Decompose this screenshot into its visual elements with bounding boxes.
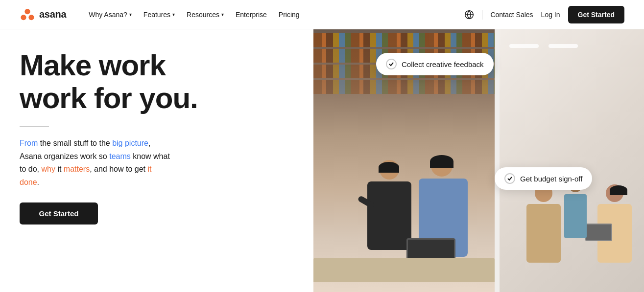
desk-surface xyxy=(313,258,495,282)
floating-card-budget: Get budget sign-off xyxy=(495,167,592,190)
login-button[interactable]: Log In xyxy=(541,11,560,19)
brand-name: asana xyxy=(39,9,66,20)
svg-point-1 xyxy=(21,15,26,20)
nav-right: Contact Sales Log In Get Started xyxy=(464,6,624,23)
ceiling-light xyxy=(509,44,539,48)
person-hair-4 xyxy=(610,185,627,195)
hero-title: Make work work for you. xyxy=(20,49,284,114)
person-walking xyxy=(524,184,563,282)
nav-resources[interactable]: Resources ▾ xyxy=(182,8,229,22)
main-content: Make work work for you. From the small s… xyxy=(0,29,644,292)
get-started-button[interactable]: Get Started xyxy=(568,6,624,23)
person-hair-2 xyxy=(430,155,453,168)
chevron-down-icon: ▾ xyxy=(129,12,132,17)
hero-description: From the small stuff to the big picture,… xyxy=(20,137,225,189)
check-icon-collect xyxy=(386,59,397,69)
hero-image-panel: Collect creative feedback Get budget sig… xyxy=(313,29,644,292)
nav-features[interactable]: Features ▾ xyxy=(139,8,180,22)
hero-photo-right xyxy=(500,29,644,292)
logo[interactable]: asana xyxy=(20,7,66,22)
check-icon-budget xyxy=(504,173,515,184)
nav-why-asana[interactable]: Why Asana? ▾ xyxy=(84,8,137,22)
held-laptop xyxy=(585,224,612,241)
ceiling-light-2 xyxy=(549,44,578,48)
hair-shape xyxy=(379,162,399,173)
floating-card-collect: Collect creative feedback xyxy=(376,53,494,75)
chevron-down-icon: ▾ xyxy=(172,12,175,17)
language-selector[interactable] xyxy=(464,10,474,20)
hero-cta-button[interactable]: Get Started xyxy=(20,202,98,225)
nav-enterprise[interactable]: Enterprise xyxy=(231,8,272,22)
nav-pricing[interactable]: Pricing xyxy=(274,8,305,22)
person-laptop xyxy=(595,184,634,282)
person-torso xyxy=(367,181,411,250)
svg-point-0 xyxy=(24,9,30,14)
divider xyxy=(20,126,49,127)
nav-links: Why Asana? ▾ Features ▾ Resources ▾ Ente… xyxy=(84,8,464,22)
bg-figure xyxy=(563,180,588,253)
navbar: asana Why Asana? ▾ Features ▾ Resources … xyxy=(0,0,644,29)
person-torso-3 xyxy=(526,204,561,263)
asana-logo-icon xyxy=(20,7,35,22)
nav-divider xyxy=(482,10,482,20)
contact-sales-button[interactable]: Contact Sales xyxy=(490,11,533,19)
desc-from: From xyxy=(20,139,38,147)
hero-left-panel: Make work work for you. From the small s… xyxy=(0,29,313,292)
card-budget-label: Get budget sign-off xyxy=(520,175,582,183)
svg-point-2 xyxy=(28,15,34,20)
chevron-down-icon: ▾ xyxy=(221,12,224,17)
card-collect-label: Collect creative feedback xyxy=(402,60,484,68)
